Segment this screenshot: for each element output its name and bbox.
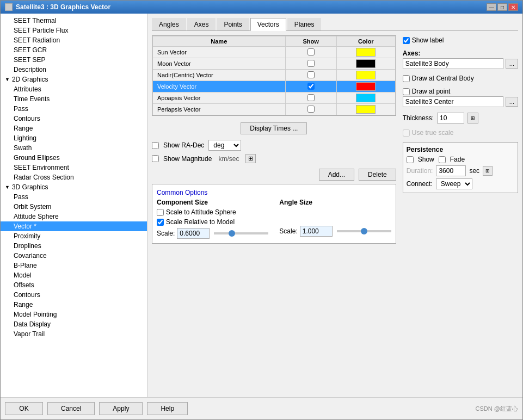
show-checkbox-4[interactable] [307, 94, 315, 101]
scale-to-attitude-checkbox[interactable] [157, 209, 164, 216]
tab-planes[interactable]: Planes [287, 18, 322, 30]
component-scale-input[interactable] [177, 228, 210, 239]
duration-spin[interactable]: ⊞ [483, 166, 493, 176]
row-color-4[interactable] [336, 92, 395, 104]
sidebar-item-23[interactable]: Droplines [1, 241, 147, 251]
thickness-spin[interactable]: ⊞ [467, 113, 478, 123]
row-show-5[interactable] [285, 104, 336, 115]
component-scale-slider[interactable] [214, 232, 268, 234]
scale-relative-checkbox[interactable] [157, 219, 164, 226]
color-swatch-5[interactable] [356, 105, 376, 114]
angle-scale-input[interactable] [300, 226, 333, 237]
axes-browse-btn[interactable]: ... [506, 59, 518, 69]
sidebar-item-7[interactable]: Attributes [1, 84, 147, 94]
add-button[interactable]: Add... [319, 169, 354, 181]
row-color-2[interactable] [336, 70, 395, 81]
duration-input[interactable] [436, 165, 466, 176]
row-show-0[interactable] [285, 47, 336, 58]
table-row[interactable]: Apoapsis Vector [153, 92, 396, 104]
sidebar-item-3[interactable]: SEET GCR [1, 45, 147, 55]
color-swatch-4[interactable] [356, 94, 376, 102]
draw-at-point-checkbox[interactable] [403, 88, 410, 95]
sidebar-item-16[interactable]: Radar Cross Section [1, 172, 147, 182]
display-times-button[interactable]: Display Times ... [241, 122, 307, 134]
draw-at-point-input[interactable] [403, 96, 503, 107]
color-swatch-3[interactable] [356, 82, 376, 91]
sidebar-item-30[interactable]: Model Pointing [1, 310, 147, 319]
sidebar-item-25[interactable]: B-Plane [1, 261, 147, 270]
minimize-btn[interactable]: — [487, 3, 496, 11]
angle-scale-slider[interactable] [337, 230, 391, 232]
deg-select[interactable]: deg rad dms [208, 140, 241, 151]
sidebar-item-2[interactable]: SEET Radiation [1, 35, 147, 45]
sidebar-item-8[interactable]: Time Events [1, 94, 147, 104]
sidebar-item-1[interactable]: SEET Particle Flux [1, 26, 147, 35]
sidebar-item-29[interactable]: Range [1, 300, 147, 310]
delete-button[interactable]: Delete [359, 169, 396, 181]
row-show-1[interactable] [285, 58, 336, 70]
table-row[interactable]: Sun Vector [153, 47, 396, 58]
table-row[interactable]: Moon Vector [153, 58, 396, 70]
sidebar-item-20[interactable]: Attitude Sphere [1, 212, 147, 221]
sidebar-item-27[interactable]: Offsets [1, 280, 147, 290]
tab-axes[interactable]: Axes [187, 18, 216, 30]
sidebar-item-14[interactable]: Ground Ellipses [1, 153, 147, 163]
maximize-btn[interactable]: □ [497, 3, 507, 11]
show-checkbox-5[interactable] [307, 106, 315, 113]
sidebar-item-32[interactable]: Vapor Trail [1, 329, 147, 339]
show-label-checkbox[interactable] [403, 37, 410, 44]
axes-input[interactable] [403, 58, 503, 69]
table-row[interactable]: Velocity Vector [153, 81, 396, 92]
show-ra-dec-checkbox[interactable] [152, 142, 159, 149]
table-row[interactable]: Nadir(Centric) Vector [153, 70, 396, 81]
tab-vectors[interactable]: Vectors [250, 18, 286, 31]
show-magnitude-checkbox[interactable] [152, 155, 159, 162]
sidebar-item-0[interactable]: SEET Thermal [1, 16, 147, 26]
sidebar-item-9[interactable]: Pass [1, 104, 147, 114]
apply-button[interactable]: Apply [99, 402, 143, 415]
sidebar-item-10[interactable]: Contours [1, 114, 147, 123]
row-color-0[interactable] [336, 47, 395, 58]
use-true-scale-checkbox[interactable] [403, 129, 410, 137]
sidebar-item-28[interactable]: Contours [1, 290, 147, 300]
sidebar-item-12[interactable]: Lighting [1, 133, 147, 143]
row-color-5[interactable] [336, 104, 395, 115]
thickness-input[interactable] [437, 113, 464, 123]
sidebar-item-31[interactable]: Data Display [1, 319, 147, 329]
persistence-fade-checkbox[interactable] [439, 156, 446, 163]
row-show-4[interactable] [285, 92, 336, 104]
sidebar-section-2d-graphics[interactable]: ▼2D Graphics [1, 75, 147, 84]
table-row[interactable]: Periapsis Vector [153, 104, 396, 115]
close-btn[interactable]: ✕ [508, 3, 518, 11]
show-checkbox-2[interactable] [307, 71, 315, 78]
draw-central-body-checkbox[interactable] [403, 75, 410, 82]
sidebar-item-19[interactable]: Orbit System [1, 202, 147, 212]
sidebar-item-24[interactable]: Covariance [1, 251, 147, 261]
draw-at-point-browse-btn[interactable]: ... [506, 97, 518, 107]
show-checkbox-3[interactable] [307, 83, 315, 90]
help-button[interactable]: Help [147, 402, 188, 415]
sidebar-item-11[interactable]: Range [1, 123, 147, 133]
sidebar-item-5[interactable]: Description [1, 65, 147, 75]
sidebar-item-15[interactable]: SEET Environment [1, 163, 147, 172]
color-swatch-1[interactable] [356, 59, 376, 68]
row-color-1[interactable] [336, 58, 395, 70]
sidebar-item-4[interactable]: SEET SEP [1, 55, 147, 65]
color-swatch-0[interactable] [356, 48, 376, 57]
sidebar-item-22[interactable]: Proximity [1, 231, 147, 241]
show-checkbox-1[interactable] [307, 60, 315, 67]
color-swatch-2[interactable] [356, 71, 376, 79]
tab-points[interactable]: Points [217, 18, 249, 30]
sidebar-item-26[interactable]: Model [1, 270, 147, 280]
row-show-2[interactable] [285, 70, 336, 81]
connect-select[interactable]: Sweep Line None [436, 178, 472, 189]
tab-angles[interactable]: Angles [152, 18, 186, 30]
cancel-button[interactable]: Cancel [47, 402, 95, 415]
sidebar-item-18[interactable]: Pass [1, 192, 147, 202]
sidebar-section-3d-graphics[interactable]: ▼3D Graphics [1, 182, 147, 192]
persistence-show-checkbox[interactable] [407, 156, 414, 163]
magnitude-spin[interactable]: ⊞ [245, 154, 256, 163]
sidebar-item-13[interactable]: Swath [1, 143, 147, 153]
sidebar-item-21[interactable]: Vector * [1, 221, 147, 231]
ok-button[interactable]: OK [5, 402, 43, 415]
